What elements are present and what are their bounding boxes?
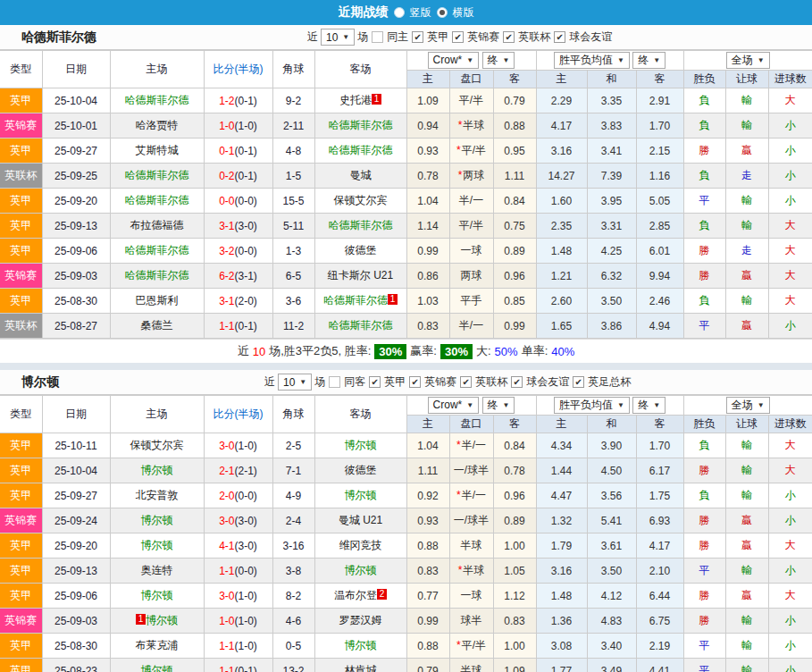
table-row: 英甲25-09-27艾斯特城0-1(0-1)4-8哈德斯菲尔德0.93*平/半0… <box>0 139 812 164</box>
league-checkbox[interactable]: ✔ <box>460 376 472 388</box>
odds-home: 0.92 <box>406 483 449 508</box>
league-checkbox[interactable]: ✔ <box>511 376 523 388</box>
same-venue-label[interactable]: 同主 <box>387 29 408 45</box>
card-count-badge: 1 <box>136 614 146 625</box>
avg-final-select[interactable]: 终▼ <box>632 52 666 69</box>
match-date: 25-09-06 <box>42 239 110 264</box>
score: 1-1(0-1) <box>204 314 272 339</box>
league-checkbox-label[interactable]: 英联杯 <box>475 374 507 390</box>
away-team: 罗瑟汉姆 <box>314 609 406 634</box>
full-time-score: 3-1 <box>219 220 234 232</box>
handicap-value: 平/半 <box>462 639 486 651</box>
away-team: 纽卡斯尔 U21 <box>314 264 406 289</box>
avg-odds-select[interactable]: 胜平负均值▼ <box>554 397 630 414</box>
home-team: 桑德兰 <box>110 314 204 339</box>
avg-draw: 3.31 <box>587 214 636 239</box>
league-checkbox[interactable]: ✔ <box>412 31 423 43</box>
league-checkbox-label[interactable]: 英足总杯 <box>588 374 631 390</box>
same-venue-checkbox[interactable] <box>329 376 340 388</box>
full-match-select[interactable]: 全场▼ <box>726 52 770 69</box>
league-checkbox[interactable]: ✔ <box>573 376 584 388</box>
home-team: 巴恩斯利 <box>110 289 204 314</box>
full-match-select[interactable]: 全场▼ <box>726 397 770 414</box>
league-checkbox[interactable]: ✔ <box>503 31 515 43</box>
corners: 4-6 <box>272 609 314 634</box>
handicap-value: 平手 <box>461 294 482 307</box>
league-checkbox-label[interactable]: 球会友谊 <box>569 29 612 45</box>
half-time-score: (0-0) <box>235 195 257 207</box>
league-checkbox[interactable]: ✔ <box>554 31 565 43</box>
full-time-score: 1-0 <box>219 615 234 627</box>
home-team: 博尔顿 <box>110 508 204 533</box>
league-badge: 英锦赛 <box>0 264 42 289</box>
filter-games-label: 场 <box>314 374 325 390</box>
vertical-layout-label[interactable]: 竖版 <box>410 5 431 21</box>
league-checkbox[interactable]: ✔ <box>369 376 381 388</box>
chevron-down-icon: ▼ <box>503 401 510 409</box>
odds-final-select[interactable]: 终▼ <box>482 52 515 69</box>
table-row: 英甲25-10-11保顿艾尔宾3-0(1-0)2-5博尔顿1.04*半/一0.8… <box>0 433 812 458</box>
scope-select-cell: 全场▼ <box>683 396 812 416</box>
home-team: 哈德斯菲尔德 <box>110 239 204 264</box>
avg-final-select[interactable]: 终▼ <box>632 397 666 414</box>
horizontal-layout-label[interactable]: 横版 <box>453 5 474 21</box>
result-handicap: 贏 <box>725 314 768 339</box>
horizontal-layout-radio[interactable] <box>437 7 448 18</box>
away-team-name: 哈德斯菲尔德 <box>329 219 393 231</box>
half-time-score: (1-0) <box>235 615 257 627</box>
team-name: 哈德斯菲尔德 <box>21 29 96 46</box>
league-checkbox-label[interactable]: 英甲 <box>384 374 406 390</box>
avg-draw: 3.86 <box>587 314 636 339</box>
full-time-score: 3-0 <box>219 515 234 527</box>
corners: 3-16 <box>272 533 314 559</box>
corners: 2-4 <box>272 508 314 533</box>
avg-away: 4.94 <box>636 314 683 339</box>
match-count-select[interactable]: 10▼ <box>278 374 312 391</box>
table-row: 英锦赛25-09-031博尔顿1-0(1-0)4-6罗瑟汉姆0.99球半0.83… <box>0 609 812 634</box>
vertical-layout-radio[interactable] <box>394 7 405 18</box>
avg-home: 1.79 <box>536 533 587 559</box>
home-team: 博尔顿 <box>110 533 204 559</box>
league-checkbox[interactable]: ✔ <box>452 31 464 43</box>
odds-final-select[interactable]: 终▼ <box>482 397 515 414</box>
away-team: 彼德堡 <box>314 239 406 264</box>
column-header: 类型 <box>0 396 42 433</box>
league-checkbox-label[interactable]: 英锦赛 <box>424 374 456 390</box>
league-checkbox-label[interactable]: 英联杯 <box>518 29 550 45</box>
full-time-score: 0-1 <box>219 145 234 157</box>
odds-away: 0.79 <box>493 88 536 113</box>
column-header: 日期 <box>42 51 110 88</box>
result-outcome: 勝 <box>683 533 725 559</box>
column-header: 角球 <box>272 396 314 433</box>
avg-away: 9.94 <box>636 264 683 289</box>
odds-home: 0.88 <box>406 634 449 659</box>
odds-away: 0.96 <box>493 264 536 289</box>
table-row: 英甲25-09-20博尔顿4-1(3-0)3-16维冈竞技0.88半球1.001… <box>0 533 812 559</box>
match-date: 25-09-03 <box>42 264 110 289</box>
league-badge: 英甲 <box>0 533 42 559</box>
chevron-down-icon: ▼ <box>617 56 624 64</box>
half-time-score: (2-1) <box>235 465 257 477</box>
odds-away: 0.84 <box>493 433 536 458</box>
league-checkbox-label[interactable]: 英锦赛 <box>467 29 499 45</box>
match-date: 25-09-27 <box>42 483 110 508</box>
away-team-name: 曼城 <box>350 169 372 181</box>
match-count-select[interactable]: 10▼ <box>321 29 355 46</box>
table-row: 英甲25-08-23博尔顿1-1(0-1)13-2林肯城0.79半球1.091.… <box>0 659 812 672</box>
odds-home: 1.14 <box>406 214 449 239</box>
odds-home: 0.99 <box>406 239 449 264</box>
league-checkbox[interactable]: ✔ <box>409 376 421 388</box>
league-checkbox-label[interactable]: 球会友谊 <box>526 374 569 390</box>
bookmaker-select[interactable]: Crow*▼ <box>428 397 480 414</box>
league-checkbox-label[interactable]: 英甲 <box>427 29 448 45</box>
bookmaker-select[interactable]: Crow*▼ <box>428 52 480 69</box>
avg-draw: 3.41 <box>587 139 636 164</box>
corners: 9-2 <box>272 88 314 113</box>
same-venue-checkbox[interactable] <box>372 31 383 43</box>
odds-away: 1.00 <box>493 634 536 659</box>
odds-home: 0.77 <box>406 584 449 609</box>
avg-odds-select[interactable]: 胜平负均值▼ <box>554 52 630 69</box>
same-venue-label[interactable]: 同客 <box>344 374 365 390</box>
match-date: 25-09-13 <box>42 214 110 239</box>
away-team-name: 哈德斯菲尔德 <box>329 144 393 156</box>
